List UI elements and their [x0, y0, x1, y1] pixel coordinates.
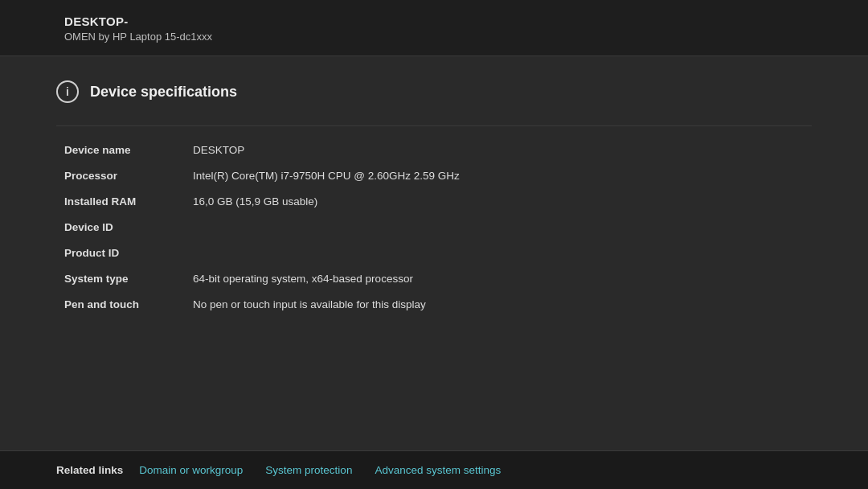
top-bar: DESKTOP- OMEN by HP Laptop 15-dc1xxx [0, 0, 868, 56]
spec-row: Device ID [64, 221, 812, 239]
spec-label: Installed RAM [64, 195, 193, 208]
bottom-bar: Related links Domain or workgroup System… [0, 450, 868, 489]
section-divider [56, 125, 812, 126]
section-header: i Device specifications [56, 80, 812, 103]
spec-value: 16,0 GB (15,9 GB usable) [193, 195, 317, 208]
spec-value: No pen or touch input is available for t… [193, 298, 426, 310]
spec-value: Intel(R) Core(TM) i7-9750H CPU @ 2.60GHz… [193, 170, 460, 182]
spec-row: Pen and touchNo pen or touch input is av… [64, 298, 812, 316]
main-content: i Device specifications Device nameDESKT… [0, 56, 868, 316]
spec-row: Installed RAM16,0 GB (15,9 GB usable) [64, 195, 812, 213]
spec-label: Processor [64, 170, 193, 182]
spec-row: Device nameDESKTOP [64, 144, 812, 162]
computer-name: DESKTOP- [64, 14, 804, 28]
spec-label: Device name [64, 144, 193, 156]
domain-workgroup-link[interactable]: Domain or workgroup [139, 464, 243, 476]
system-protection-link[interactable]: System protection [265, 464, 352, 476]
spec-value: 64-bit operating system, x64-based proce… [193, 273, 413, 285]
spec-row: Product ID [64, 247, 812, 265]
computer-model: OMEN by HP Laptop 15-dc1xxx [64, 31, 804, 43]
spec-label: Pen and touch [64, 298, 193, 310]
related-links-label: Related links [56, 464, 123, 476]
info-icon: i [56, 80, 79, 103]
specs-table: Device nameDESKTOPProcessorIntel(R) Core… [56, 144, 812, 316]
spec-label: Product ID [64, 247, 193, 259]
spec-row: ProcessorIntel(R) Core(TM) i7-9750H CPU … [64, 170, 812, 187]
section-title: Device specifications [90, 84, 237, 101]
spec-label: Device ID [64, 221, 193, 233]
spec-row: System type64-bit operating system, x64-… [64, 273, 812, 290]
spec-label: System type [64, 273, 193, 285]
advanced-system-settings-link[interactable]: Advanced system settings [375, 464, 501, 476]
spec-value: DESKTOP [193, 144, 244, 156]
